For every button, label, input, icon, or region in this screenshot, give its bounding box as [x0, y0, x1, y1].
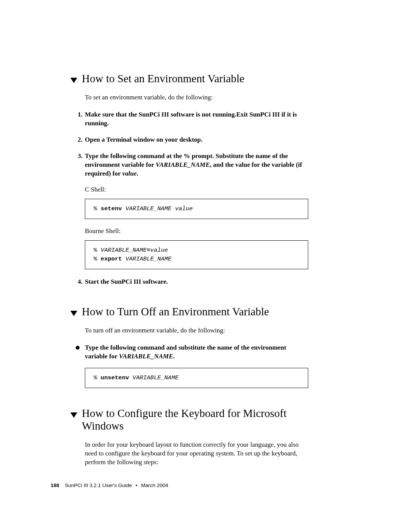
- cmd-args: VARIABLE_NAME: [129, 374, 178, 381]
- step-list-cont: 4. Start the SunPCi III software.: [70, 278, 308, 286]
- bullet-var: VARIABLE_NAME: [119, 353, 173, 360]
- bullet-b: .: [173, 353, 175, 360]
- prompt: %: [94, 247, 101, 254]
- step3-var1: VARIABLE_NAME: [156, 161, 210, 168]
- page-content: How to Set an Environment Variable To se…: [70, 72, 308, 475]
- code-box-bourne: % VARIABLE_NAME=value % export VARIABLE_…: [85, 240, 308, 270]
- heading-text: How to Configure the Keyboard for Micros…: [82, 407, 308, 432]
- code-line2: % export VARIABLE_NAME: [94, 255, 299, 264]
- footer-separator: •: [135, 482, 137, 488]
- heading-set-env: How to Set an Environment Variable: [70, 72, 308, 85]
- var-name: VARIABLE_NAME: [122, 256, 171, 262]
- bourne-label: Bourne Shell:: [85, 227, 308, 235]
- page-footer: 188 SunPCi III 3.2.1 User's Guide • Marc…: [51, 482, 168, 488]
- code-box-cshell: % setenv VARIABLE_NAME value: [85, 199, 308, 219]
- step-text: Type the following command at the % prom…: [85, 152, 308, 178]
- step-text: Make sure that the SunPCi III software i…: [85, 110, 308, 128]
- heading-text: How to Set an Environment Variable: [82, 72, 244, 85]
- step3-var2: value: [122, 170, 137, 177]
- var-value: value: [150, 247, 168, 254]
- step3-c: .: [137, 170, 138, 177]
- bullet-icon: [76, 346, 80, 350]
- prompt: %: [94, 374, 101, 381]
- step-3: 3. Type the following command at the % p…: [70, 152, 308, 178]
- step-number: 2.: [74, 136, 83, 144]
- cmd-export: export: [101, 256, 122, 262]
- bullet-text: Type the following command and substitut…: [85, 343, 308, 361]
- step-text: Start the SunPCi III software.: [85, 278, 308, 286]
- page-number: 188: [51, 482, 59, 488]
- heading-keyboard: How to Configure the Keyboard for Micros…: [70, 407, 308, 432]
- intro-text: In order for your keyboard layout to fun…: [85, 441, 308, 467]
- footer-date: March 2004: [141, 482, 168, 488]
- prompt: %: [94, 256, 101, 262]
- equals: =: [147, 247, 150, 254]
- triangle-icon: [70, 412, 77, 418]
- triangle-icon: [70, 311, 77, 316]
- step-2: 2. Open a Terminal window on your deskto…: [70, 136, 308, 144]
- footer-title: SunPCi III 3.2.1 User's Guide: [65, 482, 132, 488]
- prompt: %: [94, 205, 101, 212]
- step-list: 1. Make sure that the SunPCi III softwar…: [70, 110, 308, 178]
- heading-text: How to Turn Off an Environment Variable: [82, 305, 269, 318]
- cmd-setenv: setenv: [101, 205, 122, 212]
- step-number: 4.: [74, 278, 83, 286]
- step-number: 1.: [74, 110, 83, 128]
- step-number: 3.: [74, 152, 83, 178]
- cshell-label: C Shell:: [85, 186, 308, 193]
- triangle-icon: [70, 78, 77, 83]
- code-line1: % VARIABLE_NAME=value: [94, 246, 299, 255]
- intro-text: To set an environment variable, do the f…: [85, 93, 308, 102]
- step-4: 4. Start the SunPCi III software.: [70, 278, 308, 286]
- step-text: Open a Terminal window on your desktop.: [85, 136, 308, 144]
- bullet-a: Type the following command and substitut…: [85, 344, 286, 360]
- cmd-unsetenv: unsetenv: [101, 374, 129, 381]
- intro-text: To turn off an environment variable, do …: [85, 326, 308, 335]
- step-1: 1. Make sure that the SunPCi III softwar…: [70, 110, 308, 128]
- bullet-item: Type the following command and substitut…: [70, 343, 308, 361]
- code-box-unset: % unsetenv VARIABLE_NAME: [85, 368, 308, 388]
- cmd-args: VARIABLE_NAME value: [122, 205, 193, 212]
- heading-turnoff-env: How to Turn Off an Environment Variable: [70, 305, 308, 318]
- var-name: VARIABLE_NAME: [101, 247, 147, 254]
